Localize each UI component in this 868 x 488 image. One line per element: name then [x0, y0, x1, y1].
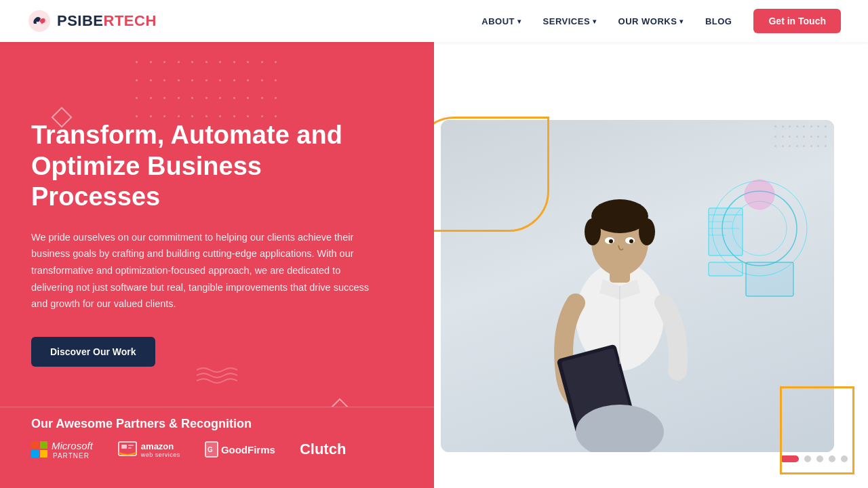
- amazon-sub: web services: [141, 451, 180, 458]
- get-in-touch-button[interactable]: Get in Touch: [753, 9, 841, 33]
- svg-rect-3: [128, 445, 134, 446]
- hero-description: We pride ourselves on our commitment to …: [31, 229, 377, 312]
- chevron-down-icon: ▾: [593, 18, 597, 25]
- logo[interactable]: PSIBERTECH: [27, 9, 157, 33]
- partners-section: Our Awesome Partners & Recognition Micro…: [0, 407, 434, 488]
- amazon-logo: amazon web services: [117, 439, 180, 460]
- navbar: PSIBERTECH ABOUT ▾ SERVICES ▾ OUR WORKS …: [0, 0, 868, 42]
- wave-decoration: [197, 365, 237, 388]
- goodfirms-logo: G GoodFirms: [205, 441, 275, 458]
- nav-item-blog[interactable]: BLOG: [705, 16, 732, 26]
- logo-text: PSIBERTECH: [57, 12, 157, 30]
- nav-item-about[interactable]: ABOUT ▾: [481, 16, 521, 26]
- svg-text:G: G: [208, 446, 213, 453]
- amazon-icon: [117, 439, 138, 460]
- chevron-down-icon: ▾: [679, 18, 684, 25]
- microsoft-text: Microsoft: [52, 440, 93, 451]
- nav-item-our-works[interactable]: OUR WORKS ▾: [618, 16, 684, 26]
- amazon-name: amazon: [141, 441, 180, 451]
- partners-title: Our Awesome Partners & Recognition: [31, 417, 403, 431]
- svg-rect-13: [746, 262, 793, 296]
- decorative-dots: [136, 61, 285, 129]
- svg-point-23: [585, 218, 601, 245]
- discover-work-button[interactable]: Discover Our Work: [31, 337, 155, 367]
- nav-links: ABOUT ▾ SERVICES ▾ OUR WORKS ▾ BLOG Get …: [481, 9, 841, 33]
- chevron-down-icon: ▾: [517, 18, 521, 25]
- image-dots-decoration: [774, 125, 829, 152]
- clutch-logo: Clutch: [300, 441, 346, 458]
- hero-right-panel: [434, 42, 868, 488]
- clutch-text: Clutch: [300, 441, 346, 458]
- svg-point-27: [609, 239, 613, 243]
- svg-rect-2: [121, 445, 127, 449]
- partners-logos: Microsoft Partner amazon web: [31, 439, 403, 460]
- svg-rect-14: [709, 262, 743, 276]
- microsoft-partner-label: Partner: [53, 452, 93, 460]
- svg-point-28: [629, 239, 633, 243]
- microsoft-logo: Microsoft Partner: [31, 440, 93, 460]
- microsoft-grid-icon: [31, 441, 47, 458]
- goodfirms-text: GoodFirms: [221, 444, 275, 455]
- svg-point-11: [745, 180, 774, 209]
- hero-title: Transform, Automate and Optimize Busines…: [31, 120, 391, 213]
- hero-section: Transform, Automate and Optimize Busines…: [0, 42, 434, 488]
- nav-item-services[interactable]: SERVICES ▾: [543, 16, 597, 26]
- yellow-frame-top: [434, 117, 549, 232]
- svg-rect-4: [128, 447, 132, 449]
- person-figure: [532, 167, 708, 452]
- svg-point-24: [639, 218, 655, 245]
- yellow-frame-bottom: [780, 386, 854, 474]
- goodfirms-icon: G: [205, 441, 218, 458]
- hero-content: Transform, Automate and Optimize Busines…: [31, 120, 391, 367]
